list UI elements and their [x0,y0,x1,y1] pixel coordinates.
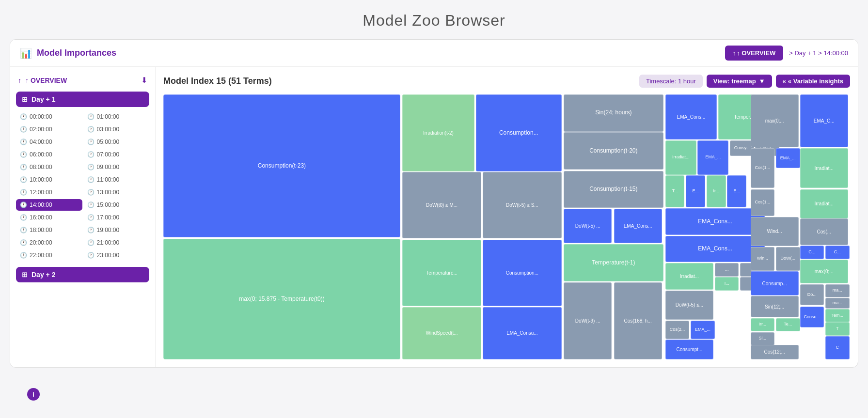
time-label: 22:00:00 [30,252,52,259]
treemap-cell[interactable]: WindSpeed(t... [402,307,481,359]
treemap-cell[interactable]: DoW(t-5) ≤ S... [483,172,562,238]
treemap-cell[interactable]: EMA_Cons... [614,209,662,243]
overview-button-header[interactable]: ↑ ↑ OVERVIEW [725,46,783,61]
treemap-cell[interactable]: ... [715,263,739,276]
treemap-cell[interactable]: Cos(168; h... [614,282,662,359]
treemap-cell[interactable]: Consumption(t-20) [564,132,663,170]
treemap-cell[interactable]: Cos(... [800,218,848,245]
time-04-00[interactable]: 🕐 04:00:00 [16,136,82,148]
treemap-cell[interactable]: EMA_C... [800,94,848,147]
treemap-cell[interactable]: Sin(24; hours) [564,94,663,132]
treemap-cell[interactable]: Tem... [825,309,850,322]
treemap-cell[interactable]: Irradiat... [800,148,848,188]
time-label: 19:00:00 [97,227,120,233]
time-20-00[interactable]: 🕐 20:00:00 [16,237,82,248]
treemap-cell[interactable]: ma... [825,298,850,309]
treemap-cell[interactable]: Consumption... [483,240,562,306]
treemap-cell[interactable]: T [825,322,850,335]
treemap-cell[interactable]: Irradiat... [665,263,713,290]
treemap-cell[interactable]: EMA_Consu... [483,307,562,359]
treemap-cell[interactable]: ma... [825,284,850,297]
treemap-cell[interactable]: Te... [776,318,800,331]
treemap-cell[interactable]: EMA_... [776,148,800,168]
treemap-cell[interactable]: DoW(t0) ≤ M... [402,172,481,238]
time-03-00[interactable]: 🕐 03:00:00 [83,124,150,135]
time-12-00[interactable]: 🕐 12:00:00 [16,186,82,198]
time-16-00[interactable]: 🕐 16:00:00 [16,212,82,223]
time-09-00[interactable]: 🕐 09:00:00 [83,161,150,173]
time-23-00[interactable]: 🕐 23:00:00 [83,249,150,261]
treemap-cell[interactable]: DoW(t-5) ≤... [665,291,713,320]
treemap-cell[interactable]: max(0; 15.875 - Temperature(t0)) [163,239,400,359]
clock-icon: 🕐 [87,201,95,208]
time-19-00[interactable]: 🕐 19:00:00 [83,224,150,236]
day-2-header[interactable]: ⊞ Day + 2 [16,267,149,282]
treemap-cell[interactable]: Temperature(t-1) [564,244,663,281]
time-10-00[interactable]: 🕐 10:00:00 [16,174,82,186]
treemap-cell[interactable]: DoW(... [776,247,800,271]
treemap-cell[interactable]: C... [825,246,850,259]
panel-toolbar: Model Index 15 (51 Terms) Timescale: 1 h… [163,75,850,88]
download-icon[interactable]: ⬇ [141,76,147,85]
treemap-cell[interactable]: Cos(2... [665,321,690,339]
time-00-00[interactable]: 🕐 00:00:00 [16,111,82,123]
treemap-cell[interactable]: EMA_Cons... [665,208,765,235]
treemap-cell[interactable]: Wind... [751,217,799,246]
time-02-00[interactable]: 🕐 02:00:00 [16,124,82,135]
treemap-cell[interactable]: E... [727,175,746,207]
time-08-00[interactable]: 🕐 08:00:00 [16,161,82,173]
time-11-00[interactable]: 🕐 11:00:00 [83,174,150,186]
treemap-cell[interactable]: Consumpt... [665,340,713,359]
treemap-cell[interactable]: Irradiation(t-2) [402,94,474,171]
treemap-cell[interactable]: EMA_... [697,140,728,175]
treemap-cell[interactable]: Cos(12;... [751,345,799,359]
time-17-00[interactable]: 🕐 17:00:00 [83,212,150,223]
treemap-cell[interactable]: EMA_Cons... [665,236,765,263]
treemap-cell[interactable]: EMA_... [691,321,715,339]
treemap-cell[interactable]: Consump... [751,271,799,295]
treemap-cell[interactable]: EMA_Cons... [665,94,717,139]
treemap-cell[interactable]: Ir... [707,175,726,207]
treemap-cell[interactable]: Consumption... [476,94,562,171]
variable-insights-button[interactable]: « « Variable insights [776,75,850,88]
time-15-00[interactable]: 🕐 15:00:00 [83,199,150,211]
treemap-cell[interactable]: Cos(1... [751,189,775,216]
time-01-00[interactable]: 🕐 01:00:00 [83,111,150,123]
treemap-cell[interactable]: Irradiat... [665,140,696,175]
treemap-cell[interactable]: Consumption(t-23) [163,94,400,237]
treemap-cell[interactable]: max(0;... [751,94,799,147]
treemap-cell[interactable]: T... [665,175,685,207]
treemap-cell[interactable]: Irr... [751,318,775,331]
treemap-cell[interactable]: Si... [751,332,775,345]
treemap-cell[interactable]: Win... [751,247,775,271]
treemap-cell[interactable]: DoW(t-5) ... [564,209,612,243]
time-13-00[interactable]: 🕐 13:00:00 [83,186,150,198]
view-treemap-button[interactable]: View: treemap ▼ [707,75,772,88]
treemap-cell[interactable]: max(0;... [800,260,848,283]
treemap-cell[interactable]: DoW(t-9) ... [564,282,612,359]
treemap-cell[interactable]: Consumption(t-15) [564,171,663,208]
treemap-container: Consumption(t-23)max(0; 15.875 - Tempera… [163,94,850,359]
treemap-cell[interactable]: I... [715,277,739,290]
treemap-cell[interactable]: E... [686,175,705,207]
time-22-00[interactable]: 🕐 22:00:00 [16,249,82,261]
info-badge[interactable]: i [27,388,40,401]
time-06-00[interactable]: 🕐 06:00:00 [16,149,82,160]
treemap-cell[interactable]: Consu... [800,307,824,328]
time-07-00[interactable]: 🕐 07:00:00 [83,149,150,160]
treemap-cell[interactable]: C... [800,246,824,259]
time-05-00[interactable]: 🕐 05:00:00 [83,136,150,148]
time-21-00[interactable]: 🕐 21:00:00 [83,237,150,248]
treemap-cell[interactable]: C [825,336,850,359]
treemap-cell[interactable]: Cos(1... [751,148,775,188]
treemap-cell[interactable]: Temperature... [402,240,481,306]
treemap-cell[interactable]: Do... [800,284,824,306]
time-label: 12:00:00 [30,189,52,196]
day-1-header[interactable]: ⊞ Day + 1 [16,92,149,107]
time-14-00[interactable]: 🕐 14:00:00 [16,199,82,211]
clock-icon: 🕐 [20,189,27,196]
sidebar-overview-text: ↑ OVERVIEW [25,77,67,84]
time-18-00[interactable]: 🕐 18:00:00 [16,224,82,236]
treemap-cell[interactable]: Irradiat... [800,189,848,218]
treemap-cell[interactable]: Sin(12;... [751,296,799,317]
